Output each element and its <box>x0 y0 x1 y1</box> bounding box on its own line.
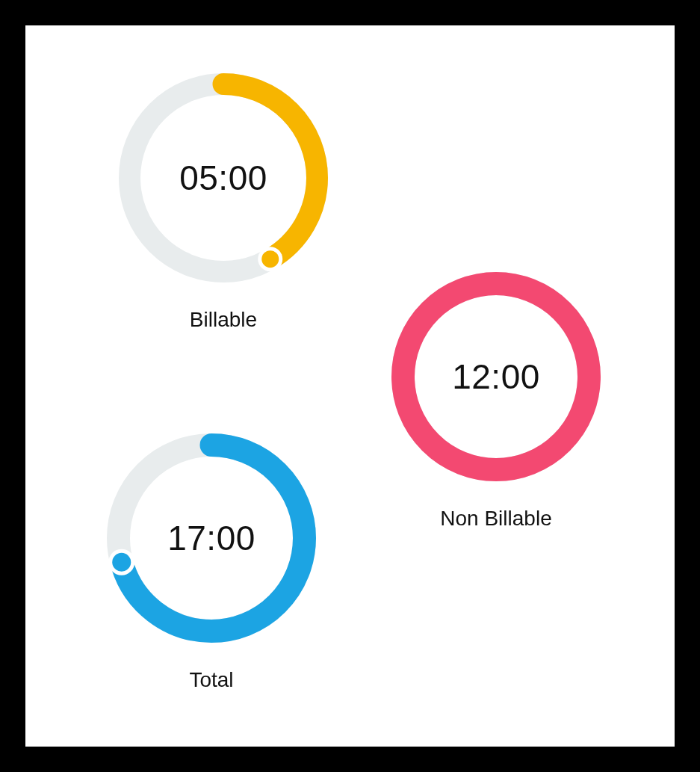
svg-point-5 <box>403 284 589 470</box>
gauge-non_billable: 12:00Non Billable <box>391 272 601 531</box>
gauge-billable-ring <box>119 73 328 282</box>
gauge-non_billable-ring <box>391 272 601 481</box>
svg-point-3 <box>261 250 279 268</box>
frame: 05:00Billable12:00Non Billable17:00Total <box>0 0 700 772</box>
gauge-billable-label: Billable <box>119 308 328 332</box>
gauge-billable: 05:00Billable <box>119 73 328 332</box>
gauge-total: 17:00Total <box>107 433 316 692</box>
gauge-total-label: Total <box>107 668 316 692</box>
svg-point-9 <box>112 553 131 572</box>
gauge-total-ring <box>107 433 316 643</box>
gauge-non_billable-label: Non Billable <box>391 507 601 531</box>
chart-canvas: 05:00Billable12:00Non Billable17:00Total <box>25 25 675 747</box>
